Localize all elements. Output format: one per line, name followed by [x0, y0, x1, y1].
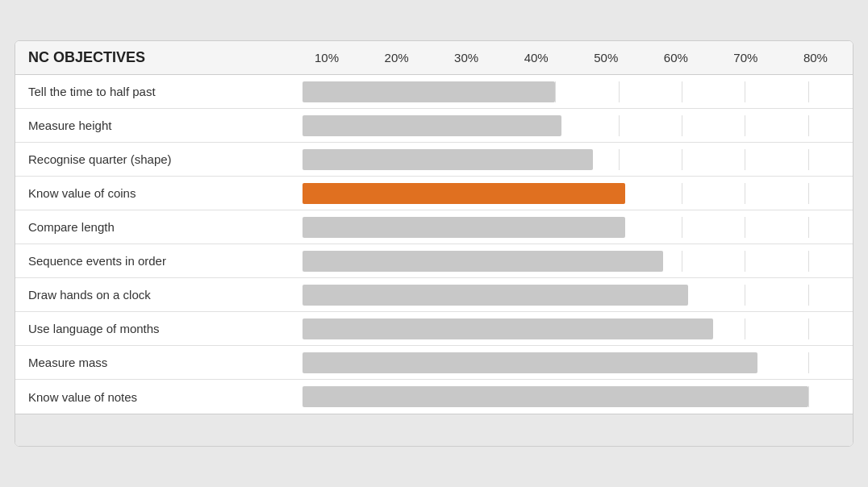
bar [303, 149, 593, 170]
grid-line [619, 81, 620, 102]
grid-line [745, 217, 745, 238]
grid-line [808, 81, 809, 102]
bar-area [303, 318, 840, 339]
grid-line [745, 115, 745, 136]
table-row: Measure mass [15, 346, 853, 380]
grid-line [682, 217, 682, 238]
table-row: Compare length [15, 210, 853, 244]
axis-label: 10% [303, 51, 351, 65]
bar [303, 318, 713, 339]
grid-line [808, 318, 809, 339]
bar [303, 217, 625, 238]
axis-label: 30% [442, 51, 490, 65]
bar [303, 386, 808, 407]
grid-line [555, 81, 556, 102]
axis-label: 70% [721, 51, 770, 65]
table-row: Use language of months [15, 312, 853, 346]
grid-line [745, 318, 745, 339]
axis-labels: 10%20%30%40%50%60%70%80% [303, 51, 840, 65]
grid-line [682, 183, 682, 204]
grid-line [745, 183, 745, 204]
grid-line [808, 115, 809, 136]
bar-area [303, 183, 840, 204]
row-label: Use language of months [28, 322, 303, 335]
row-label: Compare length [28, 220, 303, 234]
grid-line [808, 149, 809, 170]
grid-line [808, 183, 809, 204]
table-row: Sequence events in order [15, 244, 853, 278]
bar [303, 251, 663, 272]
chart-header: NC OBJECTIVES 10%20%30%40%50%60%70%80% [15, 41, 853, 75]
grid-line [745, 81, 745, 102]
grid-line [745, 149, 745, 170]
row-label: Know value of coins [28, 186, 303, 200]
chart-body: Tell the time to half pastMeasure height… [15, 75, 853, 414]
grid-line [808, 251, 809, 272]
bar-area [303, 217, 840, 238]
chart-footer [15, 414, 853, 446]
row-label: Measure mass [28, 356, 303, 369]
bar-area [303, 386, 840, 407]
row-label: Know value of notes [28, 390, 303, 404]
grid-line [808, 217, 809, 238]
axis-label: 80% [791, 51, 840, 65]
bar [303, 115, 561, 136]
grid-line [619, 149, 620, 170]
grid-line [682, 251, 682, 272]
row-label: Draw hands on a clock [28, 288, 303, 302]
grid-line [808, 352, 809, 373]
table-row: Recognise quarter (shape) [15, 143, 853, 177]
table-row: Tell the time to half past [15, 75, 853, 109]
axis-label: 50% [582, 51, 630, 65]
grid-line [619, 115, 620, 136]
table-row: Know value of coins [15, 177, 853, 210]
table-row: Know value of notes [15, 380, 853, 414]
grid-line [682, 81, 682, 102]
bar-area [303, 115, 840, 136]
chart-container: NC OBJECTIVES 10%20%30%40%50%60%70%80% T… [15, 40, 853, 447]
grid-line [808, 386, 809, 407]
grid-line [808, 285, 809, 306]
bar [303, 81, 555, 102]
row-label: Measure height [28, 119, 303, 132]
table-row: Measure height [15, 109, 853, 143]
table-row: Draw hands on a clock [15, 278, 853, 312]
axis-label: 20% [373, 51, 421, 65]
highlighted-bar [303, 183, 625, 204]
row-label: Tell the time to half past [28, 85, 303, 98]
bar [303, 352, 757, 373]
bar-area [303, 251, 840, 272]
grid-line [745, 251, 745, 272]
chart-title: NC OBJECTIVES [28, 49, 303, 66]
axis-label: 40% [512, 51, 561, 65]
grid-line [682, 149, 682, 170]
bar-area [303, 149, 840, 170]
grid-line [682, 115, 682, 136]
axis-label: 60% [652, 51, 700, 65]
row-label: Recognise quarter (shape) [28, 152, 303, 166]
row-label: Sequence events in order [28, 254, 303, 268]
bar-area [303, 81, 840, 102]
bar-area [303, 352, 840, 373]
bar-area [303, 285, 840, 306]
bar [303, 285, 688, 306]
grid-line [745, 285, 745, 306]
